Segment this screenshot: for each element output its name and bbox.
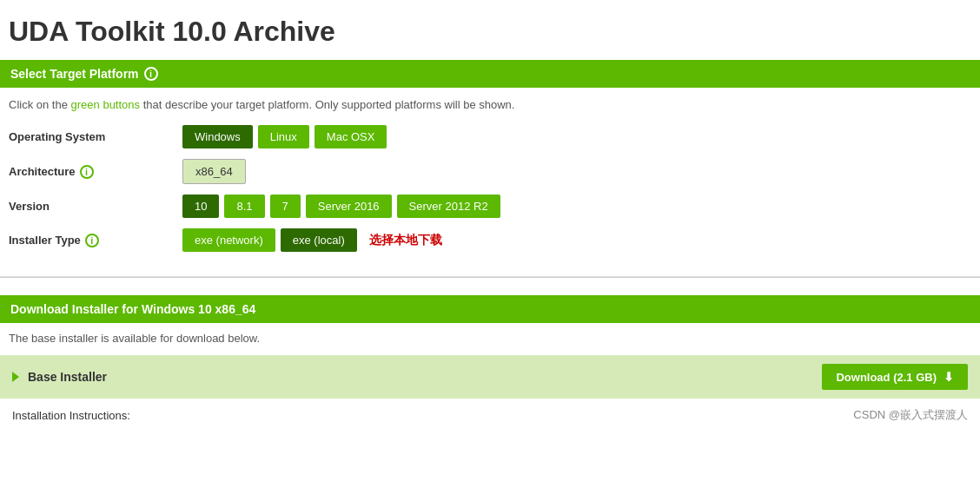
download-button[interactable]: Download (2.1 GB) ⬇	[822, 364, 968, 390]
arch-btn-group: x86_64	[182, 159, 246, 184]
os-label: Operating System	[9, 130, 182, 143]
select-platform-label: Select Target Platform	[10, 67, 139, 81]
version-btn-81[interactable]: 8.1	[224, 195, 264, 218]
installer-btn-group: exe (network) exe (local) 选择本地下载	[182, 228, 442, 252]
arch-info-icon[interactable]: i	[80, 165, 94, 179]
arch-label: Architecture i	[9, 165, 182, 179]
installer-btn-local[interactable]: exe (local)	[281, 228, 357, 252]
installer-info-icon[interactable]: i	[85, 234, 99, 247]
version-btn-group: 10 8.1 7 Server 2016 Server 2012 R2	[182, 195, 500, 218]
select-platform-header: Select Target Platform i	[0, 60, 980, 88]
installation-instructions-label: Installation Instructions:	[12, 409, 130, 422]
version-btn-10[interactable]: 10	[182, 195, 219, 218]
os-btn-macosx[interactable]: Mac OSX	[315, 125, 387, 148]
download-description: The base installer is available for down…	[0, 323, 980, 353]
download-btn-label: Download (2.1 GB)	[836, 371, 937, 384]
page-title: UDA Toolkit 10.0 Archive	[0, 0, 980, 60]
version-btn-7[interactable]: 7	[270, 195, 301, 218]
os-btn-group: Windows Linux Mac OSX	[182, 125, 387, 148]
download-section-header: Download Installer for Windows 10 x86_64	[0, 295, 980, 323]
divider	[0, 277, 980, 278]
version-label: Version	[9, 200, 182, 213]
arch-btn-x86_64[interactable]: x86_64	[182, 159, 246, 184]
installer-label: Installer Type i	[9, 234, 182, 247]
chevron-right-icon	[12, 372, 19, 382]
base-installer-row: Base Installer Download (2.1 GB) ⬇	[0, 355, 980, 399]
installer-chinese-text: 选择本地下载	[369, 233, 442, 248]
info-icon[interactable]: i	[144, 67, 158, 81]
download-icon: ⬇	[944, 370, 954, 384]
installer-btn-network[interactable]: exe (network)	[182, 228, 275, 252]
version-btn-server2012r2[interactable]: Server 2012 R2	[397, 195, 500, 218]
base-installer-label: Base Installer	[12, 370, 107, 384]
bottom-row: Installation Instructions: CSDN @嵌入式摆渡人	[0, 399, 980, 428]
instruction-text: Click on the green buttons that describe…	[9, 98, 971, 111]
version-btn-server2016[interactable]: Server 2016	[306, 195, 392, 218]
os-btn-linux[interactable]: Linux	[258, 125, 309, 148]
os-btn-windows[interactable]: Windows	[182, 125, 253, 148]
watermark-text: CSDN @嵌入式摆渡人	[853, 407, 968, 423]
